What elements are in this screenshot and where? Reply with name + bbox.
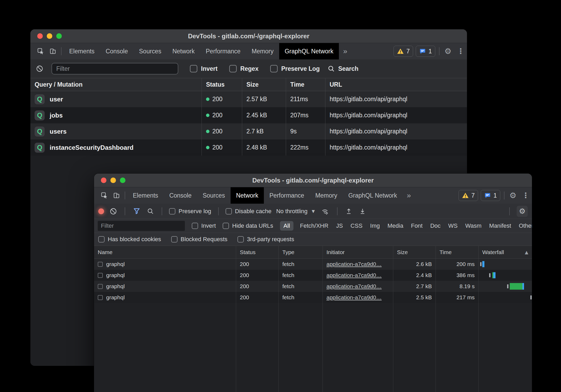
network-settings-gear-icon[interactable]: ⚙ xyxy=(517,206,528,217)
close-button[interactable] xyxy=(101,178,106,183)
devtools-tab[interactable]: Elements xyxy=(127,187,164,204)
request-type-filter[interactable]: WS xyxy=(448,222,457,229)
network-request-row[interactable]: graphql 200 fetch application-a7ca9d0… 2… xyxy=(94,270,532,281)
throttling-dropdown[interactable]: No throttling ▼ xyxy=(276,208,315,215)
initiator-link[interactable]: application-a7ca9d0… xyxy=(326,261,382,267)
fullscreen-button[interactable] xyxy=(120,178,125,183)
issues-badge[interactable]: 1 xyxy=(481,190,500,201)
graphql-request-row[interactable]: Q users 200 2.7 kB 9s https://gitlab.com… xyxy=(30,123,467,139)
filter-funnel-icon[interactable] xyxy=(132,208,141,215)
row-checkbox[interactable] xyxy=(98,284,103,289)
request-type-filter[interactable]: Other xyxy=(519,222,532,229)
export-har-icon[interactable] xyxy=(358,208,367,215)
checkbox[interactable] xyxy=(223,223,229,229)
close-button[interactable] xyxy=(37,33,43,39)
row-checkbox[interactable] xyxy=(98,273,103,278)
network-option[interactable]: Has blocked cookies xyxy=(98,236,161,243)
search-icon[interactable] xyxy=(146,208,155,215)
issues-badge[interactable]: 1 xyxy=(416,46,435,57)
devtools-tab[interactable]: Console xyxy=(164,187,197,204)
devtools-tab[interactable]: Network xyxy=(231,187,264,204)
more-tabs-icon[interactable]: » xyxy=(339,43,352,59)
request-type-filter[interactable]: Doc xyxy=(430,222,441,229)
checkbox[interactable] xyxy=(169,208,175,214)
devtools-tab[interactable]: Memory xyxy=(310,187,343,204)
device-toolbar-icon[interactable] xyxy=(110,187,123,204)
network-option[interactable]: 3rd-party requests xyxy=(237,236,294,243)
more-options-icon[interactable]: ⋮ xyxy=(519,187,532,204)
row-checkbox[interactable] xyxy=(98,295,103,300)
filter-checkbox-option[interactable]: Preserve Log xyxy=(270,65,320,72)
column-header[interactable]: Waterfall ▲ xyxy=(479,246,532,258)
initiator-link[interactable]: application-a7ca9d0… xyxy=(326,294,382,301)
inspect-element-icon[interactable] xyxy=(35,43,47,59)
network-request-row[interactable]: graphql 200 fetch application-a7ca9d0… 2… xyxy=(94,292,532,303)
network-conditions-icon[interactable] xyxy=(320,207,330,215)
filter-input[interactable] xyxy=(52,63,178,74)
invert-option[interactable]: Invert xyxy=(192,222,216,229)
import-har-icon[interactable] xyxy=(344,208,353,215)
column-header[interactable]: Name xyxy=(94,246,236,258)
graphql-request-row[interactable]: Q jobs 200 2.45 kB 207ms https://gitlab.… xyxy=(30,107,467,123)
request-type-filter[interactable]: JS xyxy=(336,222,343,229)
devtools-tab[interactable]: Performance xyxy=(264,187,310,204)
column-header[interactable]: Size xyxy=(393,246,436,258)
preserve-log-option[interactable]: Preserve log xyxy=(169,208,211,215)
more-tabs-icon[interactable]: » xyxy=(403,187,415,204)
column-header[interactable]: Time xyxy=(436,246,479,258)
column-header[interactable]: Initiator xyxy=(323,246,393,258)
checkbox[interactable] xyxy=(229,65,237,72)
devtools-tab[interactable]: GraphQL Network xyxy=(343,187,403,204)
filter-checkbox-option[interactable]: Invert xyxy=(190,65,218,72)
checkbox[interactable] xyxy=(192,223,198,229)
column-header[interactable]: URL xyxy=(325,78,467,91)
devtools-tab[interactable]: Sources xyxy=(133,43,167,59)
devtools-tab[interactable]: Elements xyxy=(64,43,100,59)
clear-network-log-icon[interactable] xyxy=(109,208,118,215)
request-type-filter[interactable]: All xyxy=(280,221,293,231)
devtools-tab[interactable]: Sources xyxy=(197,187,230,204)
hide-data-urls-option[interactable]: Hide data URLs xyxy=(223,222,273,229)
devtools-tab[interactable]: Network xyxy=(167,43,200,59)
checkbox[interactable] xyxy=(98,236,105,242)
network-filter-input[interactable] xyxy=(98,221,185,231)
record-network-log-button[interactable] xyxy=(98,208,104,214)
network-request-row[interactable]: graphql 200 fetch application-a7ca9d0… 2… xyxy=(94,259,532,270)
device-toolbar-icon[interactable] xyxy=(47,43,59,59)
warnings-badge[interactable]: 7 xyxy=(394,46,413,57)
devtools-tab[interactable]: Console xyxy=(100,43,133,59)
initiator-link[interactable]: application-a7ca9d0… xyxy=(326,283,382,290)
request-type-filter[interactable]: Media xyxy=(387,222,403,229)
checkbox[interactable] xyxy=(270,65,278,72)
settings-gear-icon[interactable]: ⚙ xyxy=(442,43,454,59)
request-type-filter[interactable]: Manifest xyxy=(489,222,511,229)
minimize-button[interactable] xyxy=(47,33,52,39)
request-type-filter[interactable]: Wasm xyxy=(465,222,482,229)
more-options-icon[interactable]: ⋮ xyxy=(454,43,467,59)
initiator-link[interactable]: application-a7ca9d0… xyxy=(326,272,382,278)
titlebar[interactable]: DevTools - gitlab.com/-/graphql-explorer xyxy=(94,174,532,187)
request-type-filter[interactable]: Font xyxy=(411,222,423,229)
network-request-row[interactable]: graphql 200 fetch application-a7ca9d0… 2… xyxy=(94,281,532,292)
checkbox[interactable] xyxy=(190,65,197,72)
checkbox[interactable] xyxy=(226,208,232,214)
row-checkbox[interactable] xyxy=(98,262,103,267)
checkbox[interactable] xyxy=(237,236,244,242)
column-header[interactable]: Size xyxy=(242,78,286,91)
request-type-filter[interactable]: Fetch/XHR xyxy=(300,222,329,229)
titlebar[interactable]: DevTools - gitlab.com/-/graphql-explorer xyxy=(30,29,467,43)
graphql-request-row[interactable]: Q instanceSecurityDashboard 200 2.48 kB … xyxy=(30,139,467,156)
column-header[interactable]: Status xyxy=(202,78,242,91)
warnings-badge[interactable]: 7 xyxy=(459,190,478,201)
fullscreen-button[interactable] xyxy=(56,33,62,39)
graphql-request-row[interactable]: Q user 200 2.57 kB 211ms https://gitlab.… xyxy=(30,91,467,107)
network-option[interactable]: Blocked Requests xyxy=(171,236,227,243)
search-button[interactable]: Search xyxy=(328,65,358,72)
inspect-element-icon[interactable] xyxy=(98,187,110,204)
request-type-filter[interactable]: CSS xyxy=(350,222,362,229)
disable-cache-option[interactable]: Disable cache xyxy=(226,208,272,215)
column-header[interactable]: Status xyxy=(236,246,279,258)
minimize-button[interactable] xyxy=(110,178,116,183)
devtools-tab[interactable]: GraphQL Network xyxy=(279,43,339,59)
column-header[interactable]: Query / Mutation xyxy=(30,78,202,91)
